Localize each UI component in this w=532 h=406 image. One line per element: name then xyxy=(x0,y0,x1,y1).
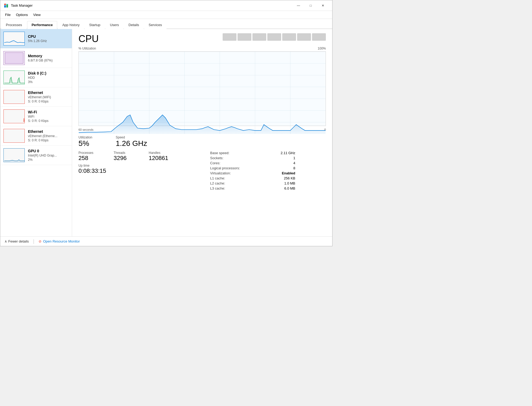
ethernet-name: Ethernet xyxy=(28,91,69,95)
disk-detail2: 3% xyxy=(28,80,69,84)
handles-label: Handles xyxy=(149,151,175,155)
minimize-button[interactable]: — xyxy=(292,1,305,10)
cpu-detail: 5% 1.26 GHz xyxy=(28,39,69,43)
base-speed-row: Base speed: 2.11 GHz xyxy=(210,151,295,155)
sidebar: CPU 5% 1.26 GHz Memory 6.8/7.8 GB (87%) xyxy=(0,29,72,236)
gpu-detail2: 2% xyxy=(28,158,69,162)
memory-detail: 6.8/7.8 GB (87%) xyxy=(28,59,69,62)
l1-val: 256 KB xyxy=(284,176,295,180)
sidebar-item-ethernet2[interactable]: Ethernet vEthernet (Etherne... S: 0 R: 0… xyxy=(0,126,72,146)
cpu-block-7 xyxy=(312,33,326,41)
cpu-block-6 xyxy=(297,33,311,41)
virtualization-key: Virtualization: xyxy=(210,171,231,175)
svg-rect-2 xyxy=(6,4,8,7)
cpu-name: CPU xyxy=(28,34,69,39)
utilization-stat-value: 5% xyxy=(78,139,105,148)
disk-name: Disk 0 (C:) xyxy=(28,71,69,75)
disk-detail1: HDD xyxy=(28,76,69,80)
app-icon xyxy=(3,3,9,8)
tab-startup[interactable]: Startup xyxy=(85,21,105,29)
tab-app-history[interactable]: App history xyxy=(58,21,84,29)
l3-row: L3 cache: 6.0 MB xyxy=(210,186,295,190)
gpu-info: GPU 0 Intel(R) UHD Grap... 2% xyxy=(28,149,69,162)
cores-val: 4 xyxy=(293,161,295,165)
wifi-name: Wi-Fi xyxy=(28,110,69,114)
sidebar-item-disk[interactable]: Disk 0 (C:) HDD 3% xyxy=(0,68,72,87)
fewer-details-button[interactable]: ∧ Fewer details xyxy=(5,239,29,243)
stats-section: Utilization 5% Speed 1.26 GHz xyxy=(78,136,326,148)
sockets-row: Sockets: 1 xyxy=(210,156,295,160)
memory-name: Memory xyxy=(28,54,69,58)
sidebar-item-wifi[interactable]: Wi-Fi WiFi S: 0 R: 0 Kbps xyxy=(0,107,72,126)
details-left: Processes 258 Threads 3296 Handles 12086… xyxy=(78,151,194,191)
chart-labels: % Utilization 100% xyxy=(78,47,326,50)
sockets-val: 1 xyxy=(293,156,295,160)
uptime-stat: Up time 0:08:33:15 xyxy=(78,164,194,174)
logical-row: Logical processors: 8 xyxy=(210,166,295,170)
logical-val: 8 xyxy=(293,166,295,170)
sidebar-item-gpu[interactable]: GPU 0 Intel(R) UHD Grap... 2% xyxy=(0,146,72,165)
processes-label: Processes xyxy=(78,151,105,155)
sidebar-item-cpu[interactable]: CPU 5% 1.26 GHz xyxy=(0,29,72,48)
task-manager-window: Task Manager — □ ✕ File Options View Pro… xyxy=(0,0,332,246)
resource-monitor-link[interactable]: ⊘ Open Resource Monitor xyxy=(39,239,80,243)
handles-value: 120861 xyxy=(149,155,175,162)
l2-row: L2 cache: 1.0 MB xyxy=(210,181,295,185)
utilization-stat: Utilization 5% xyxy=(78,136,105,148)
tab-users[interactable]: Users xyxy=(105,21,123,29)
tab-details[interactable]: Details xyxy=(124,21,144,29)
threads-label: Threads xyxy=(114,151,140,155)
window-controls: — □ ✕ xyxy=(292,1,329,10)
maximize-button[interactable]: □ xyxy=(305,1,317,10)
ethernet2-info: Ethernet vEthernet (Etherne... S: 0 R: 0… xyxy=(28,129,69,142)
svg-marker-18 xyxy=(79,115,326,134)
gpu-name: GPU 0 xyxy=(28,149,69,153)
menu-options[interactable]: Options xyxy=(13,12,31,18)
close-button[interactable]: ✕ xyxy=(317,1,329,10)
l3-key: L3 cache: xyxy=(210,186,225,190)
wifi-detail2: S: 0 R: 0 Kbps xyxy=(28,119,69,123)
ethernet2-name: Ethernet xyxy=(28,129,69,134)
details-right: Base speed: 2.11 GHz Sockets: 1 Cores: 4… xyxy=(210,151,326,191)
ethernet-info: Ethernet vEthernet (WiFi) S: 0 R: 0 Kbps xyxy=(28,91,69,103)
cpu-chart xyxy=(78,51,326,126)
resource-monitor-label: Open Resource Monitor xyxy=(43,239,80,243)
cpu-thumbnail xyxy=(3,32,25,46)
main-content: CPU 5% 1.26 GHz Memory 6.8/7.8 GB (87%) xyxy=(0,29,332,236)
threads-stat: Threads 3296 xyxy=(114,151,140,162)
processes-stat: Processes 258 xyxy=(78,151,105,162)
threads-value: 3296 xyxy=(114,155,140,162)
stats-details: Processes 258 Threads 3296 Handles 12086… xyxy=(78,151,326,191)
cores-key: Cores: xyxy=(210,161,220,165)
separator: | xyxy=(33,239,34,244)
tab-processes[interactable]: Processes xyxy=(1,21,27,29)
tab-services[interactable]: Services xyxy=(144,21,167,29)
virtualization-row: Virtualization: Enabled xyxy=(210,171,295,175)
sidebar-item-memory[interactable]: Memory 6.8/7.8 GB (87%) xyxy=(0,48,72,68)
disk-info: Disk 0 (C:) HDD 3% xyxy=(28,71,69,84)
cpu-block-5 xyxy=(282,33,296,41)
speed-stat: Speed 1.26 GHz xyxy=(116,136,147,148)
handles-stat: Handles 120861 xyxy=(149,151,175,162)
sidebar-item-ethernet[interactable]: Ethernet vEthernet (WiFi) S: 0 R: 0 Kbps xyxy=(0,87,72,107)
disk-thumbnail xyxy=(3,71,25,84)
fewer-details-label: Fewer details xyxy=(8,239,29,243)
l2-val: 1.0 MB xyxy=(284,181,295,185)
panel-title: CPU xyxy=(78,33,99,44)
uptime-value: 0:08:33:15 xyxy=(78,167,194,174)
l2-key: L2 cache: xyxy=(210,181,225,185)
titlebar: Task Manager — □ ✕ xyxy=(0,0,332,11)
panel-header: CPU xyxy=(78,33,326,44)
tabbar: Processes Performance App history Startu… xyxy=(0,19,332,29)
memory-thumbnail xyxy=(3,51,25,65)
menu-file[interactable]: File xyxy=(2,12,13,18)
ethernet-detail1: vEthernet (WiFi) xyxy=(28,95,69,99)
bottombar: ∧ Fewer details | ⊘ Open Resource Monito… xyxy=(0,236,332,246)
base-speed-key: Base speed: xyxy=(210,151,229,155)
tab-performance[interactable]: Performance xyxy=(27,21,57,29)
chevron-up-icon: ∧ xyxy=(5,239,7,243)
ethernet2-thumbnail xyxy=(3,129,25,143)
menu-view[interactable]: View xyxy=(31,12,43,18)
l1-row: L1 cache: 256 KB xyxy=(210,176,295,180)
gpu-thumbnail xyxy=(3,148,25,162)
